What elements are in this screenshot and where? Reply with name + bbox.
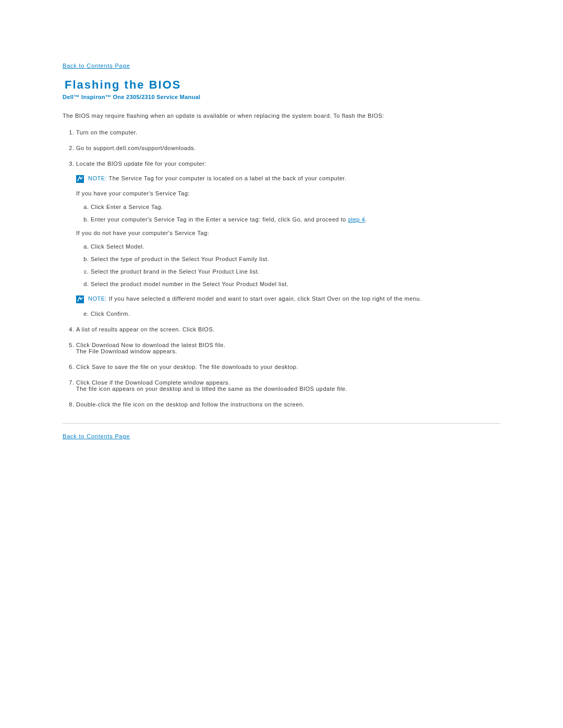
have-tag-b: Enter your computer's Service Tag in the… — [91, 216, 500, 223]
no-tag-a: Click Select Model. — [91, 243, 500, 250]
note-start-over: NOTE: If you have selected a different m… — [76, 295, 500, 303]
note-label: NOTE: — [88, 295, 107, 302]
note-content: NOTE: If you have selected a different m… — [88, 295, 422, 302]
note-content: NOTE: The Service Tag for your computer … — [88, 175, 347, 181]
page-subtitle: Dell™ Inspiron™ One 2305/2310 Service Ma… — [63, 94, 500, 100]
separator — [63, 423, 500, 424]
step-7-line2: The file icon appears on your desktop an… — [76, 386, 500, 392]
step-4-link[interactable]: step 4 — [348, 216, 365, 223]
no-tag-heading: If you do not have your computer's Servi… — [76, 230, 500, 236]
no-tag-b: Select the type of product in the Select… — [91, 256, 500, 262]
step-1: Turn on the computer. — [76, 129, 500, 135]
no-tag-list: Click Select Model. Select the type of p… — [78, 243, 500, 287]
step-3-text: Locate the BIOS update file for your com… — [76, 161, 206, 167]
have-tag-list: Click Enter a Service Tag. Enter your co… — [78, 204, 500, 223]
note-service-tag-location: NOTE: The Service Tag for your computer … — [76, 175, 500, 183]
note-text: The Service Tag for your computer is loc… — [107, 175, 347, 181]
note-label: NOTE: — [88, 175, 107, 181]
svg-rect-0 — [76, 175, 84, 183]
have-tag-b-pre: Enter your computer's Service Tag in the… — [91, 216, 348, 223]
document-page: Back to Contents Page Flashing the BIOS … — [0, 0, 563, 460]
step-6: Click Save to save the file on your desk… — [76, 364, 500, 370]
step-5: Click Download Now to download the lates… — [76, 342, 500, 354]
step-5-line2: The File Download window appears. — [76, 348, 500, 354]
step-8: Double-click the file icon on the deskto… — [76, 401, 500, 408]
page-title: Flashing the BIOS — [65, 78, 500, 92]
svg-rect-1 — [76, 295, 84, 303]
back-to-contents-top[interactable]: Back to Contents Page — [63, 63, 130, 69]
have-tag-a: Click Enter a Service Tag. — [91, 204, 500, 210]
step-4: A list of results appear on the screen. … — [76, 326, 500, 332]
no-tag-d: Select the product model number in the S… — [91, 281, 500, 287]
note-icon — [76, 175, 84, 183]
step-7-line1: Click Close if the Download Complete win… — [76, 379, 230, 386]
back-to-contents-bottom[interactable]: Back to Contents Page — [63, 433, 130, 439]
no-tag-list-cont: Click Confirm. — [78, 311, 500, 317]
no-tag-e: Click Confirm. — [91, 311, 500, 317]
step-2: Go to support.dell.com/support/downloads… — [76, 145, 500, 151]
no-tag-c: Select the product brand in the Select Y… — [91, 268, 500, 275]
step-5-line1: Click Download Now to download the lates… — [76, 342, 225, 348]
step-7: Click Close if the Download Complete win… — [76, 379, 500, 392]
steps-list: Turn on the computer. Go to support.dell… — [67, 129, 500, 408]
have-tag-heading: If you have your computer's Service Tag: — [76, 190, 500, 196]
have-tag-b-post: . — [365, 216, 367, 223]
intro-paragraph: The BIOS may require flashing when an up… — [63, 113, 500, 119]
note-icon — [76, 295, 84, 303]
step-3: Locate the BIOS update file for your com… — [76, 161, 500, 317]
note-text: If you have selected a different model a… — [107, 295, 422, 302]
